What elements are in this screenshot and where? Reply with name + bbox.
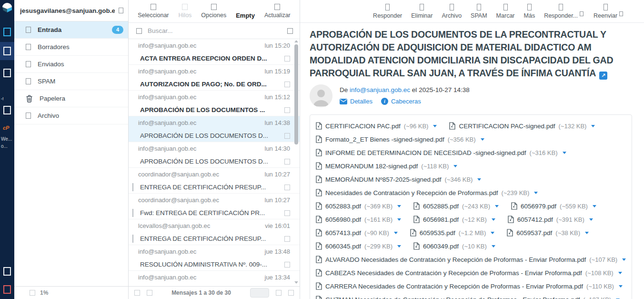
message-row[interactable]: coordinador@sanjuan.gob.eclun 10:27 Fwd:… xyxy=(129,194,300,219)
caret-down-icon[interactable] xyxy=(589,218,593,221)
refresh-button[interactable]: Actualizar xyxy=(264,4,291,19)
attachment[interactable]: 6057412.pdf (~391 KB) xyxy=(508,216,593,223)
caret-down-icon[interactable] xyxy=(495,205,499,207)
scroll-up-arrow-icon[interactable] xyxy=(294,40,298,42)
sidebar-item-borradores[interactable]: Borradores xyxy=(14,39,128,56)
reply-all-button[interactable]: Responder... xyxy=(544,4,578,19)
next-page-icon[interactable] xyxy=(288,290,294,296)
caret-down-icon[interactable] xyxy=(394,232,398,234)
attachment[interactable]: 6059535.pdf (~1.2 MB) xyxy=(410,229,495,237)
caret-down-icon[interactable] xyxy=(453,165,457,167)
message-row[interactable]: info@sanjuan.gob.eclun 15:20 ACTA ENTREG… xyxy=(129,39,300,65)
prev-page-icon[interactable] xyxy=(276,290,282,296)
caret-down-icon[interactable] xyxy=(477,178,481,181)
message-row[interactable]: info@sanjuan.gob.ecjue 13:48 RESOLUCIÓN … xyxy=(129,245,300,271)
attachment[interactable]: 6057413.pdf (~90 KB) xyxy=(316,229,398,237)
message-checkbox[interactable] xyxy=(284,262,290,268)
caret-down-icon[interactable] xyxy=(591,125,595,127)
message-row[interactable]: coordinador@sanjuan.gob.eclun 10:27 ENTR… xyxy=(129,168,300,194)
message-checkbox[interactable] xyxy=(284,185,290,190)
message-row[interactable]: info@sanjuan.gob.eclun 15:19 AUTORIZACIO… xyxy=(129,65,300,91)
attachment[interactable]: 6056979.pdf (~559 KB) xyxy=(511,202,596,210)
delete-button[interactable]: Eliminar xyxy=(411,4,433,19)
sidebar-item-enviados[interactable]: Enviados xyxy=(14,56,128,73)
rail-logout-icon[interactable] xyxy=(3,285,11,294)
scroll-down-arrow-icon[interactable] xyxy=(294,281,298,284)
list-mode-icon[interactable] xyxy=(147,290,152,296)
options-button[interactable]: Opciones xyxy=(201,4,226,19)
message-row[interactable]: info@sanjuan.gob.eclun 14:30 APROBACIÓN … xyxy=(129,142,300,168)
empty-button[interactable]: Empty xyxy=(236,4,255,19)
caret-down-icon[interactable] xyxy=(397,218,401,221)
attachment[interactable]: CERTIFICACION PAC.pdf (~96 KB) xyxy=(316,122,437,130)
select-button[interactable]: Seleccionar xyxy=(138,4,169,19)
caret-down-icon[interactable] xyxy=(619,285,623,288)
sidebar-item-spam[interactable]: SPAM xyxy=(14,73,128,90)
caret-down-icon[interactable] xyxy=(492,218,495,221)
caret-down-icon[interactable] xyxy=(618,272,622,274)
account-header[interactable]: jesusgavilanes@sanjuan.gob.ec xyxy=(14,0,128,21)
attachment[interactable]: MEMORÁNDUM Nº857-2025-signed.pdf (~346 K… xyxy=(316,175,481,183)
attachment[interactable]: 6059537.pdf (~38 KB) xyxy=(507,229,589,237)
attachment[interactable]: ALVARADO Necesidades de Contratación y R… xyxy=(316,256,626,263)
caret-down-icon[interactable] xyxy=(491,232,494,234)
message-row-selected[interactable]: info@sanjuan.gob.eclun 14:38 APROBACIÓN … xyxy=(129,116,300,142)
rail-about-icon[interactable] xyxy=(3,267,11,276)
search-icon[interactable] xyxy=(136,28,142,34)
page-jump-button[interactable] xyxy=(250,288,269,298)
message-row[interactable]: info@sanjuan.gob.ecjue 13:34 xyxy=(129,271,300,286)
sidebar-item-papelera[interactable]: Papelera xyxy=(14,90,128,107)
details-link[interactable]: Detalles xyxy=(340,98,372,105)
message-checkbox[interactable] xyxy=(284,236,290,242)
attachment[interactable]: CABEZAS Necesidades de Contratación y Re… xyxy=(316,269,622,277)
reply-button[interactable]: Responder xyxy=(373,4,402,19)
search-bar[interactable] xyxy=(129,23,300,39)
caret-down-icon[interactable] xyxy=(593,205,596,207)
message-checkbox[interactable] xyxy=(284,82,290,87)
list-scrollbar[interactable] xyxy=(293,40,299,285)
attachment[interactable]: CERTIFICACION PAC-signed.pdf (~132 KB) xyxy=(449,122,595,130)
attachment[interactable]: CARRERA Necesidades de Contratación y Re… xyxy=(316,282,623,290)
caret-down-icon[interactable] xyxy=(585,232,589,234)
search-input[interactable] xyxy=(148,27,282,34)
sidebar-item-archivo[interactable]: Archivo xyxy=(14,107,128,124)
account-menu-icon[interactable] xyxy=(119,8,123,13)
open-in-new-window-icon[interactable]: ↗ xyxy=(599,72,607,80)
attachment[interactable]: MEMORANDUM 182-signed.pdf (~118 KB) xyxy=(316,162,457,170)
caret-down-icon[interactable] xyxy=(397,205,401,207)
mark-button[interactable]: Marcar xyxy=(496,4,515,19)
forward-button[interactable]: Reenviar xyxy=(594,4,617,19)
rail-mail-icon[interactable] xyxy=(3,28,11,36)
message-checkbox[interactable] xyxy=(284,107,290,113)
list-scrollbar-thumb[interactable] xyxy=(294,44,298,144)
message-checkbox[interactable] xyxy=(284,159,290,165)
attachment[interactable]: 6052885.pdf (~243 KB) xyxy=(413,202,499,210)
attachment[interactable]: Formato_2_ET Bienes -signed-signed.pdf (… xyxy=(316,135,484,143)
search-options-icon[interactable] xyxy=(287,28,293,34)
rail-selected-icon[interactable] xyxy=(3,47,11,55)
rail-contacts-icon[interactable] xyxy=(3,69,11,77)
reply-all-dropdown-icon[interactable] xyxy=(580,11,584,16)
attachment[interactable]: 6056980.pdf (~161 KB) xyxy=(316,216,401,223)
caret-down-icon[interactable] xyxy=(622,258,626,261)
attachment[interactable]: GUZMAN Necesidades de Contratación y Rec… xyxy=(316,296,620,299)
caret-down-icon[interactable] xyxy=(492,245,495,247)
headers-link[interactable]: i Cabeceras xyxy=(381,98,421,105)
forward-dropdown-icon[interactable] xyxy=(619,11,623,16)
threads-button[interactable]: Hilos xyxy=(179,4,192,19)
caret-down-icon[interactable] xyxy=(534,192,538,194)
caret-down-icon[interactable] xyxy=(481,138,484,141)
attachment[interactable]: 6060345.pdf (~299 KB) xyxy=(316,242,401,250)
message-checkbox[interactable] xyxy=(284,56,290,62)
attachment[interactable]: 6056981.pdf (~12 KB) xyxy=(413,216,495,223)
attachment[interactable]: 6052883.pdf (~369 KB) xyxy=(316,202,401,210)
caret-down-icon[interactable] xyxy=(433,125,437,127)
more-button[interactable]: Más xyxy=(524,4,535,19)
message-checkbox[interactable] xyxy=(284,210,290,216)
attachment[interactable]: 6060349.pdf (~10 KB) xyxy=(413,242,495,250)
caret-down-icon[interactable] xyxy=(397,245,401,247)
attachment[interactable]: INFORME DE DETERMINACION DE NECESIDAD -s… xyxy=(316,149,566,156)
message-row[interactable]: info@sanjuan.gob.eclun 15:12 APROBACIÓN … xyxy=(129,91,300,116)
sidebar-item-entrada[interactable]: Entrada 4 xyxy=(14,21,128,39)
sender-email-link[interactable]: info@sanjuan.gob.ec xyxy=(350,86,410,93)
